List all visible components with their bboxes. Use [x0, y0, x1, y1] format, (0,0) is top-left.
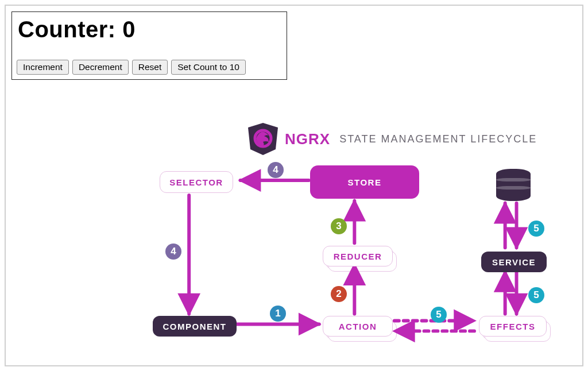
node-component: COMPONENT: [153, 316, 237, 337]
step-badge-1: 1: [270, 306, 286, 322]
node-effects: EFFECTS: [479, 316, 547, 337]
step-badge-4a: 4: [268, 162, 284, 178]
ngrx-diagram: NGRX STATE MANAGEMENT LIFECYCLE: [6, 6, 582, 365]
node-store: STORE: [310, 165, 419, 199]
step-badge-3: 3: [331, 218, 347, 234]
node-selector: SELECTOR: [160, 171, 233, 193]
node-service: SERVICE: [481, 252, 547, 272]
node-action: ACTION: [323, 316, 393, 337]
step-badge-4b: 4: [165, 244, 181, 260]
node-reducer: REDUCER: [323, 246, 393, 266]
step-badge-5b: 5: [528, 287, 544, 303]
page-frame: Counter: 0 Increment Decrement Reset Set…: [5, 5, 583, 366]
step-badge-5c: 5: [528, 221, 544, 237]
step-badge-5a: 5: [431, 307, 447, 323]
step-badge-2: 2: [331, 286, 347, 302]
database-icon: [496, 169, 531, 201]
